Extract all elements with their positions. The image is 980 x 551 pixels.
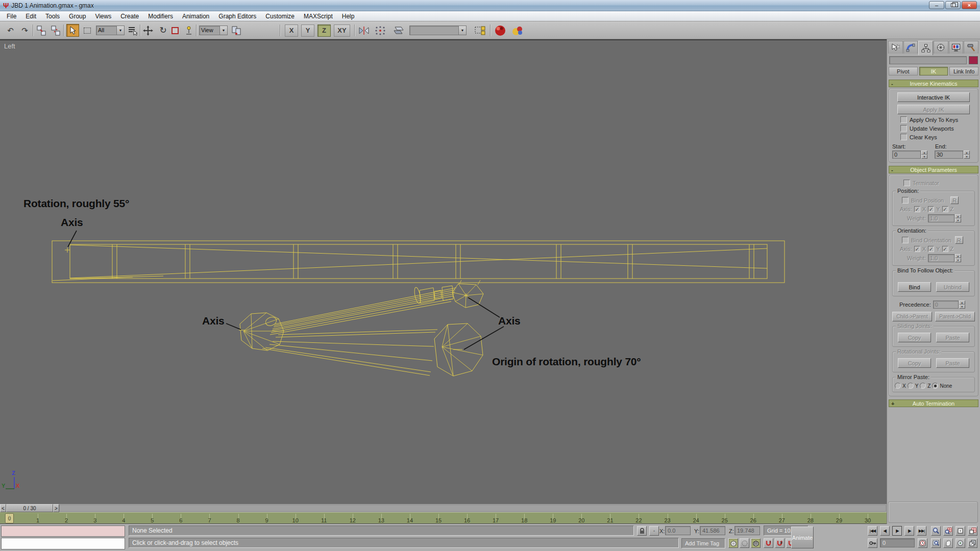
key-mode-icon[interactable]: [868, 538, 877, 548]
named-selection-sets-icon[interactable]: [475, 24, 486, 37]
mirror-icon[interactable]: [358, 24, 370, 37]
timeline-frame-label[interactable]: 5: [145, 517, 159, 523]
timeline-frame-label[interactable]: 20: [575, 517, 588, 523]
absolute-offset-icon[interactable]: ◦: [649, 526, 659, 536]
undo-icon[interactable]: ↶: [4, 24, 17, 37]
mirror-y-radio[interactable]: [908, 383, 914, 389]
subtab-ik[interactable]: IK: [919, 67, 948, 76]
zoom-extents-all-icon[interactable]: [968, 526, 977, 536]
tab-display[interactable]: [949, 41, 964, 54]
select-and-link-icon[interactable]: [36, 24, 47, 37]
mirror-z-radio[interactable]: [920, 383, 926, 389]
go-to-end-icon[interactable]: ▶▶|: [917, 526, 926, 536]
dropdown-arrow-icon[interactable]: ▼: [219, 26, 228, 35]
viewport-left[interactable]: Left: [0, 39, 887, 504]
rollout-inverse-kinematics[interactable]: - Inverse Kinematics: [889, 80, 978, 87]
timeline-frame-label[interactable]: 28: [804, 517, 817, 523]
go-to-start-icon[interactable]: |◀◀: [868, 526, 877, 536]
title-bar[interactable]: Ψ JBD 1 Animation.gmax - gmax – ×: [0, 0, 980, 11]
apply-only-to-keys-checkbox[interactable]: [900, 116, 907, 123]
timeline-frame-label[interactable]: 6: [174, 517, 187, 523]
scale-icon[interactable]: [170, 24, 180, 37]
restrict-xy-button[interactable]: XY: [334, 24, 350, 37]
edged-faces-icon[interactable]: [751, 538, 761, 548]
timeline-frame-label[interactable]: 29: [832, 517, 846, 523]
track-range-button[interactable]: 0 / 30: [6, 504, 53, 512]
menu-item[interactable]: File: [2, 12, 21, 21]
min-max-toggle-icon[interactable]: [968, 538, 977, 548]
timeline-frame-label[interactable]: 2: [60, 517, 73, 523]
timeline-frame-label[interactable]: 22: [632, 517, 645, 523]
align-icon[interactable]: [393, 24, 404, 37]
object-name-field[interactable]: [889, 56, 967, 64]
tab-hierarchy[interactable]: [918, 41, 933, 55]
dropdown-arrow-icon[interactable]: ▼: [116, 26, 125, 35]
track-next-button[interactable]: >: [53, 504, 59, 512]
play-animation-icon[interactable]: |▶: [892, 526, 902, 536]
timeline-frame-label[interactable]: 21: [603, 517, 617, 523]
close-button[interactable]: ×: [962, 1, 977, 9]
wireframe-shade-icon[interactable]: [740, 538, 749, 548]
tab-create[interactable]: [888, 41, 903, 54]
track-prev-button[interactable]: <: [0, 504, 6, 512]
mirror-x-radio[interactable]: [895, 383, 901, 389]
timeline-ruler[interactable]: 0 12345678910111213141516171819202122232…: [0, 512, 887, 524]
menu-item[interactable]: Help: [337, 12, 359, 21]
menu-item[interactable]: MAXScript: [299, 12, 337, 21]
menu-item[interactable]: Edit: [21, 12, 41, 21]
timeline-frame-label[interactable]: 30: [861, 517, 874, 523]
timeline-frame-label[interactable]: 17: [489, 517, 502, 523]
select-by-name-icon[interactable]: [128, 24, 138, 37]
region-zoom-icon[interactable]: [931, 538, 941, 548]
dropdown-arrow-icon[interactable]: ▼: [458, 26, 467, 35]
zoom-extents-icon[interactable]: [955, 526, 965, 536]
arc-rotate-icon[interactable]: [955, 538, 965, 548]
menu-item[interactable]: Tools: [41, 12, 64, 21]
reference-coordsys-combo[interactable]: View▼: [199, 24, 228, 37]
timeline-frame-label[interactable]: 19: [546, 517, 559, 523]
timeline-frame-label[interactable]: 26: [747, 517, 760, 523]
zoom-icon[interactable]: [931, 526, 941, 536]
tab-motion[interactable]: [934, 41, 948, 54]
menu-item[interactable]: Modifiers: [143, 12, 178, 21]
ik-start-field[interactable]: 0: [892, 151, 921, 159]
menu-item[interactable]: Views: [90, 12, 116, 21]
ik-end-field[interactable]: 30: [935, 151, 963, 159]
restrict-z-button[interactable]: Z: [317, 24, 331, 37]
timeline-frame-label[interactable]: 10: [289, 517, 302, 523]
track-channel[interactable]: [59, 505, 886, 512]
timeline-frame-label[interactable]: 24: [690, 517, 703, 523]
selection-filter-combo[interactable]: All▼: [96, 24, 125, 37]
timeline-frame-label[interactable]: 18: [518, 517, 531, 523]
interactive-ik-button[interactable]: Interactive IK: [897, 92, 970, 102]
manipulate-icon[interactable]: [184, 24, 193, 37]
maxscript-listener-row[interactable]: [1, 525, 125, 537]
tab-modify[interactable]: [903, 41, 918, 54]
timeline-frame-label[interactable]: 13: [375, 517, 388, 523]
current-frame-field[interactable]: 0: [880, 538, 915, 547]
menu-item[interactable]: Graph Editors: [214, 12, 261, 21]
rollout-object-parameters[interactable]: - Object Parameters: [889, 166, 978, 173]
selection-lock-icon[interactable]: [637, 526, 647, 536]
end-spinner[interactable]: ▲▼: [964, 151, 970, 159]
previous-frame-icon[interactable]: ◀|: [880, 526, 890, 536]
menu-item[interactable]: Group: [64, 12, 90, 21]
timeline-frame-label[interactable]: 12: [346, 517, 359, 523]
bind-button[interactable]: Bind: [898, 282, 931, 292]
menu-item[interactable]: Animation: [178, 12, 214, 21]
menu-item[interactable]: Customize: [261, 12, 299, 21]
z-coord-field[interactable]: 19.748: [734, 526, 760, 535]
angle-snap-icon[interactable]: [775, 538, 785, 548]
animate-button[interactable]: Animate: [791, 527, 814, 548]
subtab-pivot[interactable]: Pivot: [889, 67, 918, 76]
timeline-frame-label[interactable]: 8: [232, 517, 245, 523]
snap-3d-icon[interactable]: 3: [764, 538, 773, 548]
restore-button[interactable]: [945, 1, 961, 9]
menu-item[interactable]: Create: [116, 12, 143, 21]
subtab-link-info[interactable]: Link Info: [949, 67, 978, 76]
pan-hand-icon[interactable]: [943, 538, 953, 548]
zoom-all-icon[interactable]: [943, 526, 953, 536]
precedence-spinner[interactable]: ▲▼: [959, 300, 965, 309]
timeline-frame-label[interactable]: 1: [31, 517, 44, 523]
clear-keys-checkbox[interactable]: [900, 134, 907, 140]
